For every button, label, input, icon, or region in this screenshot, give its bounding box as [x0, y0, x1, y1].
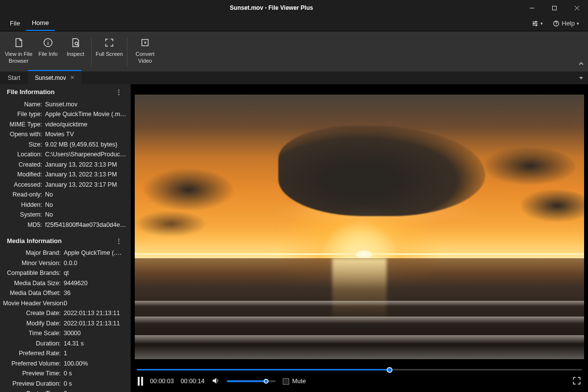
- info-key: Time Scale:: [3, 329, 64, 338]
- inspect-button[interactable]: Inspect: [62, 33, 89, 71]
- close-tab-icon[interactable]: ✕: [70, 74, 74, 81]
- info-key: Name:: [3, 100, 45, 109]
- convert-video-button[interactable]: Convert Video: [129, 33, 161, 71]
- info-row: File type:Apple QuickTime Movie (.mov): [3, 110, 127, 120]
- svg-point-11: [556, 25, 557, 25]
- help-menu[interactable]: Help ▾: [548, 16, 584, 31]
- info-value: C:\Users\SharpenedProduct…: [45, 150, 127, 159]
- kebab-menu-icon[interactable]: ⋮: [116, 237, 124, 245]
- volume-icon[interactable]: [211, 376, 220, 387]
- info-row: Location:C:\Users\SharpenedProduct…: [3, 150, 127, 160]
- info-key: Size:: [3, 141, 45, 149]
- elapsed-time: 00:00:03: [150, 378, 174, 385]
- info-value: No: [45, 211, 127, 220]
- menu-bar: File Home ▾ Help ▾: [0, 16, 588, 31]
- info-row: System:No: [3, 210, 127, 220]
- svg-point-14: [48, 40, 48, 41]
- info-value: 0 s: [64, 369, 127, 378]
- info-row: MD5:f25f541800ff4ae073da0d4ee…: [3, 220, 127, 230]
- settings-icon[interactable]: ▾: [527, 16, 548, 31]
- ribbon-divider: [91, 37, 92, 67]
- view-in-file-browser-button[interactable]: View in File Browser: [3, 33, 34, 71]
- total-time: 00:00:14: [181, 378, 205, 385]
- info-key: Hidden:: [3, 201, 45, 210]
- video-frame[interactable]: [135, 95, 584, 359]
- info-key: Accessed:: [3, 181, 45, 190]
- collapse-ribbon-button[interactable]: [578, 60, 584, 69]
- info-key: Read-only:: [3, 191, 45, 199]
- info-value: 0 s: [64, 380, 127, 389]
- pause-button[interactable]: [138, 377, 143, 386]
- inspect-icon: [70, 37, 81, 48]
- info-key: Modify Date:: [3, 319, 64, 328]
- info-value: 0.0.0: [64, 259, 127, 268]
- info-key: Media Data Size:: [3, 279, 64, 288]
- info-row: Preferred Rate:1: [3, 349, 127, 359]
- info-value: 100.00%: [64, 360, 127, 368]
- info-row: Media Data Offset:36: [3, 289, 127, 299]
- document-tabs: Start Sunset.mov ✕: [0, 71, 588, 84]
- info-key: Preferred Rate:: [3, 349, 64, 358]
- window-close-button[interactable]: [565, 0, 588, 16]
- info-row: Modified:January 13, 2022 3:13 PM: [3, 170, 127, 180]
- info-row: Modify Date:2022:01:13 21:13:11: [3, 318, 127, 329]
- window-minimize-button[interactable]: [520, 0, 543, 16]
- convert-icon: [140, 37, 150, 48]
- info-row: Preview Duration:0 s: [3, 379, 127, 389]
- info-value: Apple QuickTime (.…: [64, 249, 127, 258]
- file-info-list: Name:Sunset.movFile type:Apple QuickTime…: [0, 98, 130, 233]
- fullscreen-button[interactable]: [572, 376, 581, 387]
- info-key: MIME Type:: [3, 121, 45, 129]
- info-value: 0 s: [64, 390, 127, 392]
- info-key: Modified:: [3, 171, 45, 179]
- info-value: 9449620: [64, 279, 127, 288]
- help-label: Help: [562, 20, 575, 27]
- info-row: Opens with:Movies TV: [3, 130, 127, 140]
- info-value: Sunset.mov: [45, 100, 127, 109]
- info-key: Compatible Brands:: [3, 269, 64, 278]
- kebab-menu-icon[interactable]: ⋮: [116, 88, 124, 96]
- info-row: MIME Type:video/quicktime: [3, 120, 127, 130]
- info-row: Poster Time:0 s: [3, 389, 127, 392]
- tab-sunset[interactable]: Sunset.mov ✕: [28, 71, 81, 84]
- info-sidebar: File Information ⋮ Name:Sunset.movFile t…: [0, 84, 131, 392]
- info-key: File type:: [3, 110, 45, 119]
- info-key: MD5:: [3, 221, 45, 230]
- mute-checkbox[interactable]: Mute: [283, 378, 306, 385]
- info-value: 2022:01:13 21:13:11: [64, 319, 127, 328]
- volume-slider[interactable]: [227, 380, 276, 382]
- window-maximize-button[interactable]: [543, 0, 565, 16]
- info-row: Compatible Brands:qt: [3, 269, 127, 279]
- info-key: Create Date:: [3, 309, 64, 318]
- info-row: Created:January 13, 2022 3:13 PM: [3, 160, 127, 170]
- info-value: No: [45, 201, 127, 210]
- file-info-button[interactable]: File Info: [34, 33, 62, 71]
- info-key: Preferred Volume:: [3, 360, 64, 368]
- svg-point-15: [75, 42, 78, 45]
- info-value: qt: [64, 269, 127, 278]
- volume-thumb[interactable]: [264, 379, 269, 384]
- info-value: 9.02 MB (9,459,651 bytes): [45, 141, 127, 149]
- document-icon: [13, 37, 24, 48]
- tabs-dropdown-button[interactable]: [574, 71, 588, 84]
- info-value: video/quicktime: [45, 121, 127, 129]
- info-row: Media Data Size:9449620: [3, 278, 127, 289]
- seek-bar[interactable]: [137, 369, 582, 370]
- info-row: Time Scale:30000: [3, 329, 127, 339]
- info-value: Movies TV: [45, 130, 127, 139]
- info-row: Create Date:2022:01:13 21:13:11: [3, 309, 127, 319]
- file-info-panel-header: File Information ⋮: [0, 84, 130, 98]
- info-row: Name:Sunset.mov: [3, 99, 127, 110]
- info-row: Hidden:No: [3, 200, 127, 210]
- tab-start[interactable]: Start: [0, 71, 28, 84]
- seek-thumb[interactable]: [387, 367, 392, 373]
- info-value: f25f541800ff4ae073da0d4ee…: [45, 221, 127, 230]
- menu-home[interactable]: Home: [26, 16, 55, 31]
- full-screen-button[interactable]: Full Screen: [94, 33, 125, 71]
- media-info-panel-header: Media Information ⋮: [0, 233, 130, 247]
- svg-marker-19: [579, 77, 583, 79]
- menu-file[interactable]: File: [4, 16, 26, 31]
- info-key: Poster Time:: [3, 390, 64, 392]
- info-key: System:: [3, 211, 45, 220]
- checkbox-icon[interactable]: [283, 378, 289, 385]
